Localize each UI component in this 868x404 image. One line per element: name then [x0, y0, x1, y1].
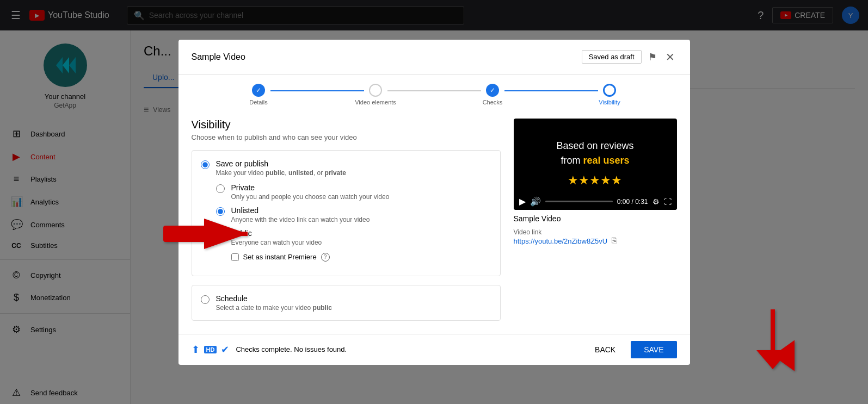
step-checks-label: Checks [483, 99, 503, 105]
modal-dialog: Sample Video Saved as draft ⚑ ✕ ✓ Detail… [178, 40, 690, 365]
star-rating: ★★★★★ [556, 171, 633, 189]
video-preview-title: Sample Video [514, 214, 677, 223]
close-icon[interactable]: ✕ [663, 48, 677, 66]
video-controls: ▶ 🔊 0:00 / 0:31 ⚙ ⛶ [514, 193, 677, 210]
check-complete-icon: ✔ [221, 344, 229, 356]
save-button[interactable]: SAVE [631, 341, 676, 358]
hd-badge: HD [204, 346, 217, 353]
video-link-row: https://youtu.be/2nZibw8Z5vU ⎘ [514, 236, 677, 246]
video-link[interactable]: https://youtu.be/2nZibw8Z5vU [514, 237, 608, 245]
stepper: ✓ Details Video elements ✓ Checks Visibi… [178, 75, 690, 105]
schedule-group: Schedule Select a date to make your vide… [192, 285, 501, 321]
footer-icons: ⬆ HD ✔ [192, 344, 230, 356]
footer-status: Checks complete. No issues found. [236, 345, 580, 353]
save-publish-group: Save or publish Make your video public, … [192, 150, 501, 276]
schedule-label: Schedule [216, 294, 332, 303]
modal-overlay[interactable]: Sample Video Saved as draft ⚑ ✕ ✓ Detail… [0, 0, 868, 404]
unlisted-label: Unlisted [231, 206, 370, 215]
step-details-circle: ✓ [252, 84, 265, 97]
progress-bar[interactable] [545, 201, 613, 202]
schedule-desc: Select a date to make your video public [216, 304, 332, 312]
step-visibility: Visibility [551, 84, 668, 105]
save-publish-row: Save or publish Make your video public, … [201, 159, 491, 177]
svg-rect-4 [163, 226, 207, 242]
step-checks-circle: ✓ [486, 84, 499, 97]
play-button[interactable]: ▶ [519, 196, 526, 207]
private-desc: Only you and people you choose can watch… [231, 193, 390, 201]
save-publish-label-area: Save or publish Make your video public, … [216, 159, 346, 177]
back-button[interactable]: BACK [586, 341, 624, 358]
step-visibility-label: Visibility [599, 99, 620, 105]
visibility-right: Based on reviews from real users ★★★★★ ▶… [514, 119, 677, 321]
step-details-label: Details [249, 99, 268, 105]
step-video-elements-circle [369, 84, 382, 97]
svg-marker-8 [756, 350, 789, 369]
arrow-left-indicator [163, 215, 261, 255]
settings-icon[interactable]: ⚙ [652, 197, 660, 206]
private-option: Private Only you and people you choose c… [216, 183, 491, 201]
save-publish-radio[interactable] [201, 160, 210, 169]
visibility-title: Visibility [192, 119, 501, 131]
save-publish-desc: Make your video public, unlisted, or pri… [216, 169, 346, 177]
modal-header: Sample Video Saved as draft ⚑ ✕ [178, 40, 690, 75]
private-label: Private [231, 183, 390, 192]
video-time: 0:00 / 0:31 [617, 198, 648, 206]
copy-icon[interactable]: ⎘ [612, 236, 617, 246]
arrow-down-indicator [751, 307, 795, 374]
private-radio[interactable] [216, 184, 225, 193]
schedule-radio[interactable] [201, 295, 210, 304]
premiere-help-icon[interactable]: ? [321, 253, 330, 262]
modal-header-right: Saved as draft ⚑ ✕ [582, 48, 677, 66]
step-video-elements: Video elements [317, 84, 434, 105]
upload-icon: ⬆ [192, 344, 200, 356]
modal-title: Sample Video [192, 52, 582, 62]
volume-icon[interactable]: 🔊 [530, 196, 541, 207]
step-video-elements-label: Video elements [355, 99, 396, 105]
video-preview: Based on reviews from real users ★★★★★ ▶… [514, 119, 677, 210]
visibility-subtitle: Choose when to publish and who can see y… [192, 133, 501, 141]
modal-footer: ⬆ HD ✔ Checks complete. No issues found.… [178, 334, 690, 365]
save-publish-label: Save or publish [216, 159, 346, 168]
saved-draft-button[interactable]: Saved as draft [582, 50, 642, 64]
save-publish-option: Save or publish Make your video public, … [192, 151, 500, 276]
private-row: Private Only you and people you choose c… [216, 183, 491, 201]
schedule-label-area: Schedule Select a date to make your vide… [216, 294, 332, 312]
schedule-row: Schedule Select a date to make your vide… [201, 294, 491, 312]
step-visibility-circle [603, 84, 616, 97]
step-checks: ✓ Checks [434, 84, 551, 105]
fullscreen-icon[interactable]: ⛶ [664, 197, 672, 206]
private-label-area: Private Only you and people you choose c… [231, 183, 390, 201]
video-link-label: Video link [514, 228, 677, 236]
premiere-row: Set as instant Premiere ? [231, 253, 491, 262]
step-details: ✓ Details [200, 84, 317, 105]
flag-icon[interactable]: ⚑ [646, 49, 659, 65]
video-overlay-text: Based on reviews from real users ★★★★★ [545, 139, 644, 189]
